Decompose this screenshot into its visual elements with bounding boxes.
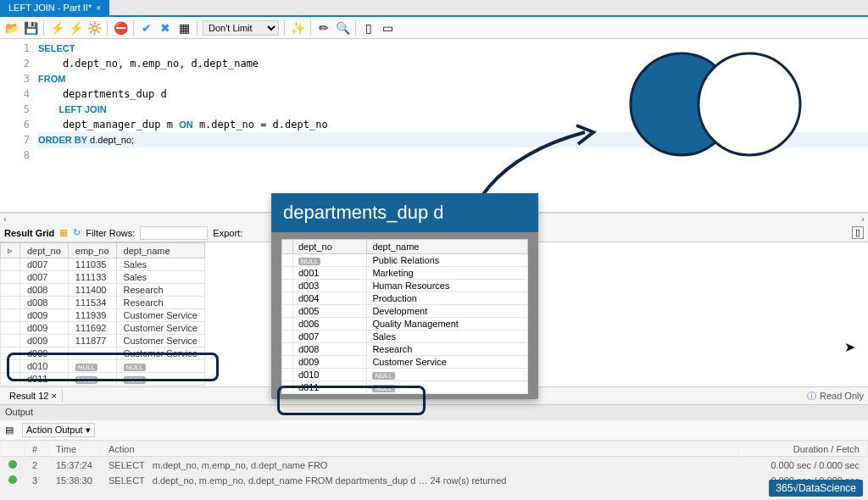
refresh-icon[interactable]: ↻ [73, 227, 81, 238]
table-row[interactable]: d011NULLNULL [1, 373, 205, 386]
save-icon[interactable]: 💾 [23, 20, 38, 36]
query-tab-bar: LEFT JOIN - Part II* × [0, 0, 868, 17]
table-row: d007Sales [282, 331, 528, 343]
table-row[interactable]: d009Customer Service [1, 347, 205, 360]
table-row[interactable]: d010NULLNULL [1, 360, 205, 373]
info-icon: ⓘ [807, 390, 816, 403]
brush-icon[interactable]: ✏ [316, 20, 331, 36]
side-panel-toggle-icon[interactable]: ▯ [852, 226, 864, 239]
filter-input[interactable] [140, 226, 208, 240]
export-label: Export: [213, 228, 242, 238]
close-icon[interactable]: × [96, 3, 101, 13]
read-only-label: Read Only [820, 391, 864, 401]
table-row[interactable]: d009111939Customer Service [1, 309, 205, 322]
autocommit-icon[interactable]: ▦ [176, 20, 192, 36]
output-mode-select[interactable]: Action Output ▾ [22, 423, 95, 437]
table-row: d008Research [282, 343, 528, 356]
table-row: NULLPublic Relations [282, 254, 528, 267]
result-tab-12[interactable]: Result 12 × [4, 389, 63, 403]
watermark: 365√DataScience [769, 480, 863, 497]
table-row[interactable]: d009111877Customer Service [1, 335, 205, 347]
beautify-icon[interactable]: ✨ [290, 20, 305, 36]
toggle-panel-icon[interactable]: ▯ [361, 20, 376, 36]
sql-editor[interactable]: 12345678 SELECT d.dept_no, m.emp_no, d.d… [0, 39, 868, 213]
svg-point-1 [698, 53, 800, 155]
toolbar: 📂 💾 ⚡ ⚡ 🔆 ⛔ ✔ ✖ ▦ Don't Limit ✨ ✏ 🔍 ▯ ▭ [0, 17, 868, 39]
output-row[interactable]: 315:38:30SELECT d.dept_no, m.emp_no, d.d… [2, 474, 866, 487]
query-tab[interactable]: LEFT JOIN - Part II* × [0, 0, 109, 16]
output-list-icon[interactable]: ▤ [5, 425, 14, 436]
tab-title: LEFT JOIN - Part II* [8, 3, 92, 13]
overlay-table-card: departments_dup d dept_nodept_nameNULLPu… [271, 193, 538, 399]
stop-icon[interactable]: ⛔ [113, 20, 128, 36]
line-gutter: 12345678 [0, 39, 38, 178]
venn-diagram [597, 43, 817, 170]
table-row: d003Human Resources [282, 280, 528, 292]
output-row[interactable]: 215:37:24SELECT m.dept_no, m.emp_no, d.d… [2, 458, 866, 472]
execute-step-icon[interactable]: ⚡ [68, 20, 83, 36]
table-row: d009Customer Service [282, 356, 528, 369]
output-table: # Time Action Duration / Fetch 215:37:24… [0, 441, 868, 489]
table-row: d004Production [282, 292, 528, 305]
table-row: d001Marketing [282, 267, 528, 280]
open-icon[interactable]: 📂 [4, 20, 19, 36]
table-row[interactable]: d009111692Customer Service [1, 322, 205, 335]
commit-icon[interactable]: ✔ [139, 20, 154, 36]
table-row[interactable]: d007111133Sales [1, 271, 205, 284]
table-row: d010NULL [282, 369, 528, 381]
execute-icon[interactable]: ⚡ [49, 20, 64, 36]
toggle-output-icon[interactable]: ▭ [380, 20, 395, 36]
mouse-cursor-icon: ➤ [844, 339, 855, 355]
table-row: d011NULL [282, 381, 528, 394]
limit-select[interactable]: Don't Limit [203, 20, 279, 36]
grid-view-icon[interactable]: ▦ [59, 227, 68, 238]
output-toolbar: ▤ Action Output ▾ [0, 420, 868, 441]
output-header: Output [0, 405, 868, 420]
table-row[interactable]: d007111035Sales [1, 258, 205, 271]
rollback-icon[interactable]: ✖ [158, 20, 173, 36]
table-row: d006Quality Management [282, 318, 528, 331]
overlay-title: departments_dup d [271, 193, 538, 232]
table-row[interactable]: d008111400Research [1, 284, 205, 297]
table-row[interactable]: d008111534Research [1, 297, 205, 309]
result-grid-label: Result Grid [4, 228, 54, 238]
table-row: d005Development [282, 305, 528, 318]
filter-label: Filter Rows: [86, 228, 135, 238]
explain-icon[interactable]: 🔆 [86, 20, 102, 36]
find-icon[interactable]: 🔍 [335, 20, 350, 36]
